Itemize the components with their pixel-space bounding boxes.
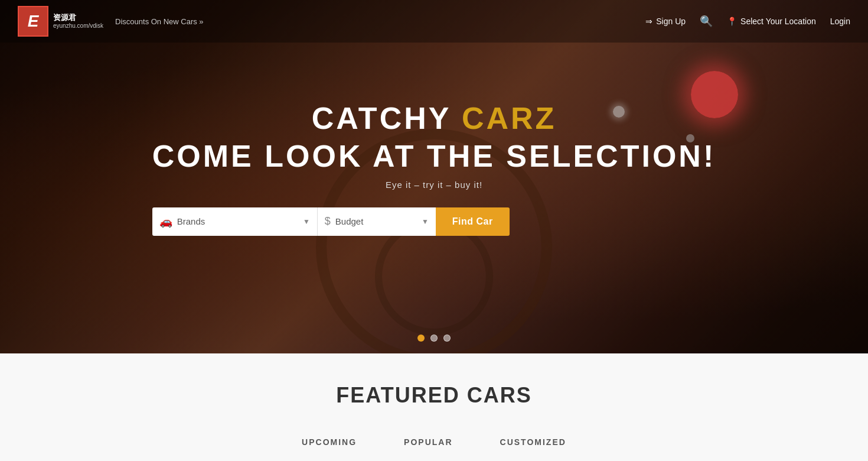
hero-title-brand: CARZ [462, 101, 556, 135]
login-button[interactable]: Login [830, 17, 850, 26]
site-header: E 资源君 eyunzhu.com/vdisk Discounts On New… [0, 0, 868, 43]
hero-content: CATCHY CARZ COME LOOK AT THE SELECTION! … [152, 100, 716, 236]
logo-url: eyunzhu.com/vdisk [53, 22, 103, 30]
header-right: ⇒ Sign Up 🔍 📍 Select Your Location Login [645, 15, 850, 28]
budget-chevron-icon: ▼ [422, 217, 429, 226]
carousel-dot-3[interactable] [443, 335, 451, 342]
logo-icon: E [18, 6, 48, 37]
logo[interactable]: E 资源君 eyunzhu.com/vdisk [18, 6, 103, 37]
promo-text[interactable]: Discounts On New Cars » [115, 17, 204, 26]
signup-icon: ⇒ [645, 17, 652, 26]
hero-title-white: CATCHY [312, 101, 462, 135]
dollar-icon: $ [325, 215, 331, 228]
tab-upcoming[interactable]: UPCOMING [278, 431, 380, 454]
location-pin-icon: 📍 [727, 17, 737, 26]
hero-title-line1: CATCHY CARZ [152, 100, 716, 136]
hero-tagline: Eye it – try it – buy it! [152, 180, 716, 190]
signup-button[interactable]: ⇒ Sign Up [645, 17, 686, 26]
search-bar: 🚗 Brands Toyota Honda BMW Mercedes Ford … [152, 207, 716, 236]
location-selector[interactable]: 📍 Select Your Location [727, 17, 816, 26]
featured-title: FEATURED CARS [0, 383, 868, 408]
hero-subtitle-line: COME LOOK AT THE SELECTION! [152, 138, 716, 174]
carousel-dot-1[interactable] [417, 335, 425, 342]
location-label: Select Your Location [740, 17, 816, 26]
car-icon: 🚗 [159, 215, 172, 228]
brands-chevron-icon: ▼ [303, 217, 310, 226]
featured-tabs: UPCOMING POPULAR CUSTOMIZED [0, 431, 868, 454]
search-icon[interactable]: 🔍 [700, 15, 713, 28]
find-car-button[interactable]: Find Car [436, 207, 510, 236]
logo-text-block: 资源君 eyunzhu.com/vdisk [53, 13, 103, 30]
hero-section: CATCHY CARZ COME LOOK AT THE SELECTION! … [0, 0, 868, 353]
tab-customized[interactable]: CUSTOMIZED [477, 431, 590, 454]
signup-label: Sign Up [656, 17, 686, 26]
header-left: E 资源君 eyunzhu.com/vdisk Discounts On New… [18, 6, 204, 37]
featured-section: FEATURED CARS UPCOMING POPULAR CUSTOMIZE… [0, 353, 868, 461]
brands-select[interactable]: Brands Toyota Honda BMW Mercedes Ford [177, 216, 298, 226]
carousel-dot-2[interactable] [430, 335, 438, 342]
carousel-dots [417, 335, 451, 342]
budget-select-wrapper: $ Budget Under $10,000 $10,000 - $20,000… [318, 207, 436, 236]
tab-popular[interactable]: POPULAR [380, 431, 476, 454]
budget-select[interactable]: Budget Under $10,000 $10,000 - $20,000 $… [335, 216, 417, 226]
brands-select-wrapper: 🚗 Brands Toyota Honda BMW Mercedes Ford … [152, 207, 318, 236]
logo-name: 资源君 [53, 13, 103, 22]
